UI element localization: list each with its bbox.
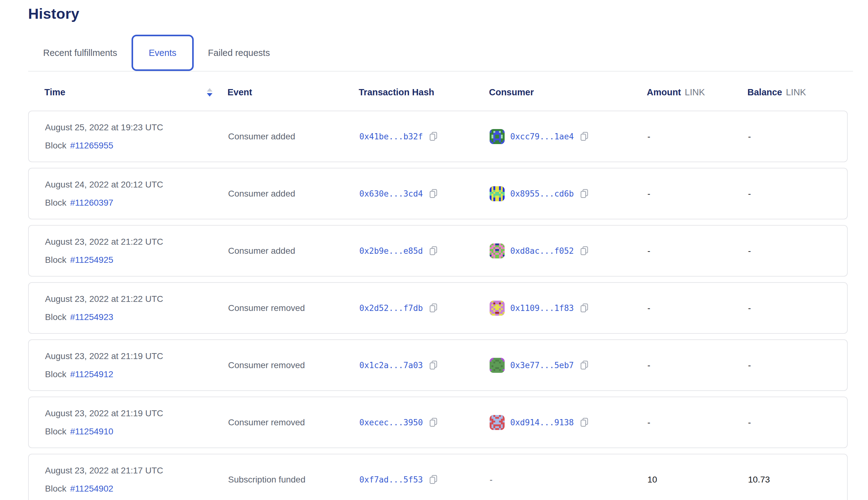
balance-value: 10.73 xyxy=(748,475,847,485)
event-type: Subscription funded xyxy=(228,475,359,485)
transaction-hash-cell: 0x2b9e...e85d xyxy=(359,246,490,256)
column-header-amount-wrap: Amount LINK xyxy=(647,87,747,98)
time-cell: August 25, 2022 at 19:23 UTC Block #1126… xyxy=(45,123,228,151)
page-title: History xyxy=(28,5,848,22)
event-timestamp: August 23, 2022 at 21:19 UTC xyxy=(45,351,228,361)
consumer-avatar xyxy=(490,129,505,144)
copy-icon[interactable] xyxy=(580,417,589,428)
consumer-address-link[interactable]: 0xd914...9138 xyxy=(510,418,574,427)
block-label: Block xyxy=(45,198,66,208)
copy-icon[interactable] xyxy=(580,360,589,370)
column-header-time: Time xyxy=(44,87,65,98)
block-number-link[interactable]: #11254923 xyxy=(70,312,113,322)
block-number-link[interactable]: #11254902 xyxy=(70,484,113,494)
block-number-link[interactable]: #11260397 xyxy=(70,198,113,208)
event-timestamp: August 23, 2022 at 21:17 UTC xyxy=(45,466,228,476)
amount-value: - xyxy=(648,189,748,199)
copy-icon[interactable] xyxy=(580,303,589,313)
block-line: Block #11254902 xyxy=(45,484,228,494)
tab-bar: Recent fulfillments Events Failed reques… xyxy=(28,33,848,73)
tx-hash-link[interactable]: 0x2b9e...e85d xyxy=(359,246,423,255)
tx-hash-link[interactable]: 0x1c2a...7a03 xyxy=(359,361,423,370)
event-row: August 23, 2022 at 21:22 UTC Block #1125… xyxy=(28,225,848,276)
tab-failed-requests[interactable]: Failed requests xyxy=(208,48,270,58)
time-cell: August 23, 2022 at 21:22 UTC Block #1125… xyxy=(45,237,228,265)
consumer-cell: 0x8955...cd6b xyxy=(490,186,648,201)
consumer-address-link[interactable]: 0xd8ac...f052 xyxy=(510,246,574,255)
copy-icon[interactable] xyxy=(580,189,589,199)
column-header-balance: Balance xyxy=(747,87,782,98)
event-row: August 23, 2022 at 21:19 UTC Block #1125… xyxy=(28,397,848,448)
amount-unit-label: LINK xyxy=(685,87,705,98)
time-cell: August 24, 2022 at 20:12 UTC Block #1126… xyxy=(45,180,228,208)
consumer-cell: 0x3e77...5eb7 xyxy=(490,358,648,373)
block-line: Block #11254923 xyxy=(45,312,228,322)
event-type: Consumer added xyxy=(228,246,359,256)
block-label: Block xyxy=(45,255,66,265)
block-number-link[interactable]: #11265955 xyxy=(70,141,113,151)
transaction-hash-cell: 0xf7ad...5f53 xyxy=(359,474,490,485)
copy-icon[interactable] xyxy=(429,189,438,199)
tx-hash-link[interactable]: 0x41be...b32f xyxy=(359,132,423,141)
block-number-link[interactable]: #11254912 xyxy=(70,370,113,379)
event-row: August 23, 2022 at 21:19 UTC Block #1125… xyxy=(28,339,848,391)
triangle-down-icon xyxy=(207,93,213,96)
tx-hash-link[interactable]: 0xf7ad...5f53 xyxy=(359,475,423,484)
tx-hash-link[interactable]: 0x2d52...f7db xyxy=(359,304,423,313)
block-line: Block #11265955 xyxy=(45,141,228,151)
block-label: Block xyxy=(45,141,66,151)
tab-events[interactable]: Events xyxy=(132,35,194,71)
column-header-balance-wrap: Balance LINK xyxy=(747,87,848,98)
copy-icon[interactable] xyxy=(429,417,438,428)
event-row: August 23, 2022 at 21:22 UTC Block #1125… xyxy=(28,282,848,334)
table-header: Time Event Transaction Hash Consumer Amo… xyxy=(28,73,848,111)
copy-icon[interactable] xyxy=(429,474,438,485)
block-line: Block #11254912 xyxy=(45,370,228,379)
event-type: Consumer removed xyxy=(228,303,359,313)
event-type: Consumer removed xyxy=(228,418,359,428)
balance-value: - xyxy=(748,418,847,428)
column-header-consumer: Consumer xyxy=(489,87,647,98)
consumer-cell: 0x1109...1f83 xyxy=(490,300,648,316)
copy-icon[interactable] xyxy=(429,303,438,313)
copy-icon[interactable] xyxy=(580,131,589,141)
consumer-avatar xyxy=(490,300,505,316)
consumer-avatar xyxy=(490,243,505,259)
balance-value: - xyxy=(748,189,847,199)
copy-icon[interactable] xyxy=(429,131,438,141)
copy-icon[interactable] xyxy=(580,246,589,256)
transaction-hash-cell: 0x1c2a...7a03 xyxy=(359,360,490,370)
block-number-link[interactable]: #11254925 xyxy=(70,255,113,265)
time-cell: August 23, 2022 at 21:19 UTC Block #1125… xyxy=(45,351,228,379)
triangle-up-icon xyxy=(207,88,213,92)
block-number-link[interactable]: #11254910 xyxy=(70,427,113,436)
transaction-hash-cell: 0x630e...3cd4 xyxy=(359,189,490,199)
sort-control[interactable] xyxy=(207,88,213,96)
consumer-avatar xyxy=(490,358,505,373)
consumer-address-link[interactable]: 0x8955...cd6b xyxy=(510,189,574,198)
event-row: August 24, 2022 at 20:12 UTC Block #1126… xyxy=(28,168,848,219)
event-timestamp: August 25, 2022 at 19:23 UTC xyxy=(45,123,228,133)
consumer-address-link[interactable]: 0x1109...1f83 xyxy=(510,304,574,313)
tx-hash-link[interactable]: 0xecec...3950 xyxy=(359,418,423,427)
consumer-empty-dash: - xyxy=(490,475,492,485)
copy-icon[interactable] xyxy=(429,360,438,370)
block-label: Block xyxy=(45,484,66,494)
block-line: Block #11254925 xyxy=(45,255,228,265)
tab-recent-fulfillments[interactable]: Recent fulfillments xyxy=(43,48,117,58)
column-header-event: Event xyxy=(227,87,359,98)
copy-icon[interactable] xyxy=(429,246,438,256)
column-header-amount: Amount xyxy=(647,87,681,98)
consumer-address-link[interactable]: 0x3e77...5eb7 xyxy=(510,361,574,370)
balance-unit-label: LINK xyxy=(786,87,806,98)
amount-value: - xyxy=(648,246,748,256)
tx-hash-link[interactable]: 0x630e...3cd4 xyxy=(359,189,423,198)
consumer-cell: - xyxy=(490,475,648,485)
consumer-cell: 0xcc79...1ae4 xyxy=(490,129,648,144)
consumer-avatar xyxy=(490,415,505,430)
consumer-avatar xyxy=(490,186,505,201)
consumer-address-link[interactable]: 0xcc79...1ae4 xyxy=(510,132,574,141)
time-cell: August 23, 2022 at 21:19 UTC Block #1125… xyxy=(45,408,228,436)
event-timestamp: August 23, 2022 at 21:22 UTC xyxy=(45,237,228,247)
event-timestamp: August 24, 2022 at 20:12 UTC xyxy=(45,180,228,190)
